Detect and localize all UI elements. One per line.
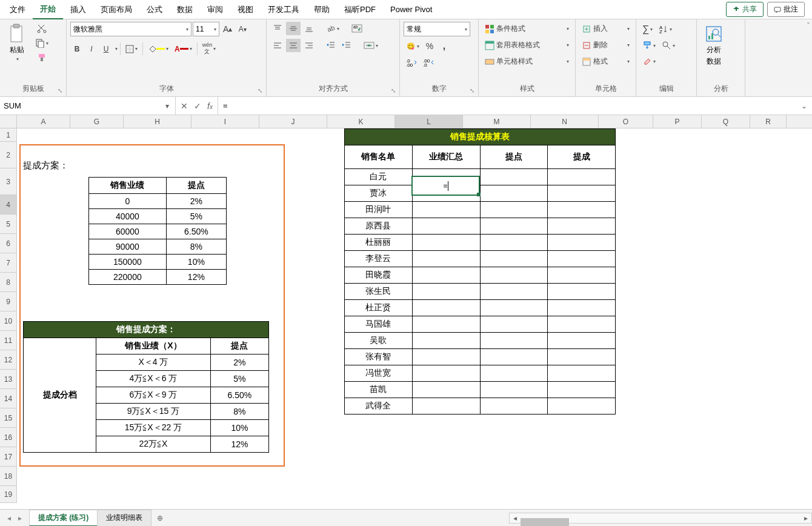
menu-file[interactable]: 文件	[2, 1, 33, 19]
font-size-combo[interactable]: 11▾	[193, 22, 219, 36]
sheet-nav-next[interactable]: ▸	[16, 513, 24, 524]
align-center-button[interactable]	[286, 39, 301, 52]
cancel-formula-button[interactable]: ✕	[181, 101, 188, 111]
align-top-button[interactable]	[270, 22, 285, 35]
fill-color-button[interactable]: ▾	[145, 42, 171, 56]
row-header-2[interactable]: 2	[0, 142, 16, 168]
menu-foxit[interactable]: 福昕PDF	[337, 1, 383, 19]
format-cells-button[interactable]: 格式▾	[579, 55, 632, 68]
find-button[interactable]: ▾	[659, 39, 677, 52]
copy-button[interactable]: ▾	[33, 36, 51, 50]
expand-formula-button[interactable]: ⌄	[796, 102, 812, 110]
align-left-button[interactable]	[270, 39, 285, 52]
clear-button[interactable]: ▾	[640, 55, 658, 68]
column-header-K[interactable]: K	[327, 115, 395, 128]
row-header-7[interactable]: 7	[0, 253, 16, 273]
insert-cells-button[interactable]: 插入▾	[579, 22, 632, 36]
column-header-G[interactable]: G	[70, 115, 124, 128]
column-header-Q[interactable]: Q	[702, 115, 750, 128]
row-header-8[interactable]: 8	[0, 273, 16, 292]
cut-button[interactable]	[33, 22, 51, 35]
active-cell[interactable]: =	[411, 176, 480, 196]
number-format-combo[interactable]: 常规▾	[404, 22, 470, 36]
number-launcher[interactable]: ⤡	[470, 87, 474, 94]
row-header-12[interactable]: 12	[0, 350, 16, 370]
column-header-M[interactable]: M	[463, 115, 531, 128]
phonetic-button[interactable]: wén文▾	[200, 40, 219, 58]
row-header-13[interactable]: 13	[0, 370, 16, 389]
column-header-J[interactable]: J	[259, 115, 327, 128]
italic-button[interactable]: I	[85, 42, 98, 56]
row-header-19[interactable]: 19	[0, 486, 16, 503]
font-launcher[interactable]: ⤡	[258, 87, 262, 94]
accounting-button[interactable]: 😋▾	[404, 39, 422, 53]
column-header-P[interactable]: P	[653, 115, 702, 128]
menu-view[interactable]: 视图	[230, 1, 261, 19]
row-header-10[interactable]: 10	[0, 311, 16, 331]
comma-button[interactable]: ,	[438, 39, 451, 53]
clipboard-launcher[interactable]: ⤡	[58, 87, 62, 94]
row-header-17[interactable]: 17	[0, 447, 16, 467]
align-middle-button[interactable]	[286, 22, 301, 35]
row-header-1[interactable]: 1	[0, 128, 16, 142]
row-header-15[interactable]: 15	[0, 408, 16, 428]
formula-input[interactable]: =	[218, 101, 796, 110]
menu-layout[interactable]: 页面布局	[93, 1, 139, 19]
add-sheet-button[interactable]: ⊕	[151, 511, 169, 525]
row-header-16[interactable]: 16	[0, 428, 16, 447]
sheet-tab-1[interactable]: 业绩明细表	[97, 510, 151, 527]
column-header-H[interactable]: H	[124, 115, 191, 128]
column-header-I[interactable]: I	[191, 115, 259, 128]
decrease-decimal-button[interactable]: .00.0	[421, 56, 436, 69]
border-button[interactable]: ▾	[123, 42, 140, 56]
menu-review[interactable]: 审阅	[200, 1, 230, 19]
scroll-left-button[interactable]: ◂	[510, 514, 521, 522]
fx-button[interactable]: fx	[207, 101, 213, 111]
menu-help[interactable]: 帮助	[307, 1, 337, 19]
horizontal-scrollbar[interactable]: ◂ ▸	[509, 513, 812, 524]
sheet-nav-prev[interactable]: ◂	[5, 513, 13, 524]
cells-area[interactable]: 提成方案： 销售业绩提点02%400005%600006.50%900008%1…	[17, 128, 812, 509]
name-box-input[interactable]	[4, 101, 163, 110]
increase-indent-button[interactable]	[339, 39, 354, 52]
row-header-11[interactable]: 11	[0, 331, 16, 350]
format-painter-button[interactable]	[33, 51, 51, 64]
menu-formula[interactable]: 公式	[139, 1, 170, 19]
column-header-A[interactable]: A	[17, 115, 70, 128]
menu-insert[interactable]: 插入	[63, 1, 93, 19]
underline-button[interactable]: U	[99, 42, 113, 56]
analyze-data-button[interactable]: 分析 数据	[701, 22, 727, 69]
row-header-3[interactable]: 3	[0, 168, 16, 195]
align-launcher[interactable]: ⤡	[391, 87, 396, 94]
increase-decimal-button[interactable]: .0.00	[404, 56, 419, 69]
row-header-4[interactable]: 4	[0, 195, 16, 215]
delete-cells-button[interactable]: 删除▾	[579, 38, 632, 52]
align-right-button[interactable]	[302, 39, 316, 52]
name-box-dropdown[interactable]: ▾	[163, 102, 171, 110]
row-header-5[interactable]: 5	[0, 215, 16, 234]
row-header-6[interactable]: 6	[0, 234, 16, 253]
cell-style-button[interactable]: 单元格样式▾	[482, 55, 571, 68]
column-header-O[interactable]: O	[599, 115, 653, 128]
font-color-button[interactable]: A▾	[172, 42, 195, 56]
column-header-R[interactable]: R	[750, 115, 787, 128]
autosum-button[interactable]: ∑▾	[640, 22, 655, 36]
share-button[interactable]: 共享	[726, 2, 764, 17]
column-header-N[interactable]: N	[531, 115, 599, 128]
decrease-font-button[interactable]: A▾	[236, 22, 249, 36]
row-header-14[interactable]: 14	[0, 389, 16, 408]
scroll-right-button[interactable]: ▸	[800, 514, 811, 522]
orientation-button[interactable]: ab▾	[324, 22, 342, 35]
menu-data[interactable]: 数据	[170, 1, 200, 19]
increase-font-button[interactable]: A▴	[221, 22, 235, 36]
menu-home[interactable]: 开始	[33, 0, 63, 19]
font-name-combo[interactable]: 微软雅黑▾	[70, 22, 191, 36]
name-box[interactable]: ▾	[0, 97, 176, 115]
row-header-18[interactable]: 18	[0, 467, 16, 486]
percent-button[interactable]: %	[423, 39, 436, 53]
sort-filter-button[interactable]: AZ▾	[656, 22, 674, 36]
column-header-L[interactable]: L	[395, 115, 463, 128]
merge-button[interactable]: ▾	[361, 39, 381, 52]
menu-devtools[interactable]: 开发工具	[261, 1, 307, 19]
enter-formula-button[interactable]: ✓	[194, 101, 201, 111]
